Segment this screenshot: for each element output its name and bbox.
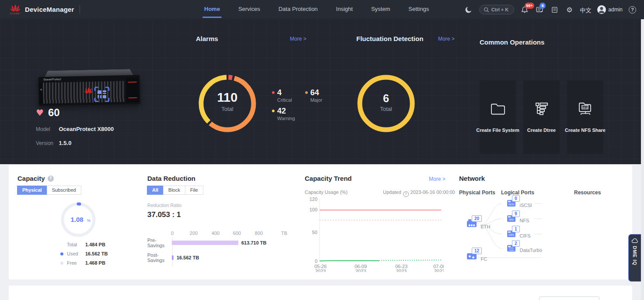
tasks-doc-icon[interactable]	[550, 5, 559, 14]
legend-warning[interactable]: 42 Warning	[272, 107, 322, 121]
reduction-ratio-label: Reduction Ratio	[147, 203, 181, 208]
tab-services[interactable]: Services	[238, 0, 260, 19]
dashboard-card: Capacity? Physical Subscribed 1.08 % Tot…	[9, 165, 632, 279]
svg-text:CIFS: CIFS	[508, 234, 514, 236]
legend-critical[interactable]: 4 Critical	[272, 88, 292, 103]
svg-text:NFS: NFS	[509, 218, 514, 221]
resources-header: Resources	[574, 190, 601, 196]
tab-settings[interactable]: Settings	[408, 0, 429, 19]
nfs-folder-icon: NFS	[577, 100, 594, 118]
huawei-logo-icon: HUAWEI	[10, 4, 21, 15]
global-search[interactable]: Ctrl + K	[479, 5, 514, 14]
svg-text:1.08: 1.08	[70, 216, 83, 223]
nfs-port-node[interactable]: NFS 9 NFS	[507, 214, 529, 224]
capacity-total-row: Total 1.484 PB	[60, 242, 143, 247]
capacity-info-icon[interactable]: ?	[48, 176, 54, 182]
settings-gear-icon[interactable]: ⚙	[565, 5, 574, 14]
data-reduction-tab-group: All Block File	[147, 186, 203, 195]
language-switch[interactable]: 中文	[580, 6, 591, 14]
tab-insight[interactable]: Insight	[336, 0, 353, 19]
main-nav: Home Services Data Protection Insight Sy…	[204, 0, 429, 19]
cifs-port-node[interactable]: CIFS 1 CIFS	[507, 230, 531, 240]
dataturbo-port-node[interactable]: DataTurbo 2 DataTurbo	[507, 244, 542, 254]
post-savings-bar-row: Post-Savings 16.562 TB	[147, 255, 199, 260]
folder-icon	[490, 100, 506, 118]
user-menu[interactable]: admin	[597, 5, 623, 14]
tab-home[interactable]: Home	[204, 0, 220, 19]
tab-physical[interactable]: Physical	[17, 186, 47, 195]
model-label: Model	[36, 126, 57, 132]
divider	[80, 5, 80, 14]
dme-iq-tab[interactable]: DME IQ	[628, 234, 641, 282]
capacity-trend-chart: 120 100 50 0 05-262023 06-092023 06-2320…	[305, 196, 444, 272]
avatar	[597, 5, 606, 14]
svg-text:0: 0	[315, 259, 317, 264]
search-shortcut-label: Ctrl + K	[491, 7, 508, 12]
health-heart-icon: ♥	[36, 107, 44, 118]
tab-data-protection[interactable]: Data Protection	[278, 0, 318, 19]
svg-text:%: %	[87, 218, 91, 223]
tab-file[interactable]: File	[185, 186, 203, 195]
alarms-total: 110	[197, 91, 258, 104]
tab-system[interactable]: System	[371, 0, 390, 19]
page-scrollbar[interactable]	[641, 19, 644, 300]
svg-text:iSCSI: iSCSI	[508, 203, 514, 206]
overview-hero: OceanProtect ♥ 60	[0, 19, 641, 164]
capacity-tab-group: Physical Subscribed	[17, 186, 81, 195]
capacity-donut-chart: 1.08 %	[59, 201, 97, 238]
eth-port-node[interactable]: 20 ETH	[467, 219, 490, 231]
qr-code-icon[interactable]	[93, 86, 111, 105]
create-file-system-card[interactable]: Create File System	[480, 80, 516, 154]
svg-text:100: 100	[310, 207, 317, 212]
device-image: OceanProtect	[38, 69, 140, 109]
reduction-ratio-value: 37.053 : 1	[147, 210, 181, 219]
svg-text:Turbo: Turbo	[509, 249, 514, 251]
model-value: OceanProtect X8000	[59, 126, 114, 132]
logical-ports-header: Logical Ports	[501, 190, 534, 196]
cloud-icon	[632, 238, 638, 243]
network-title: Network	[459, 175, 485, 182]
create-nfs-share-card[interactable]: NFS Create NFS Share	[567, 80, 603, 154]
capacity-trend-title: Capacity Trend	[305, 175, 352, 182]
help-icon[interactable]: ?	[629, 6, 636, 14]
pre-savings-bar	[172, 241, 238, 245]
pre-savings-bar-row: Pre-Savings 613.710 TB	[147, 240, 266, 245]
tab-subscribed[interactable]: Subscribed	[47, 186, 81, 195]
alarm-count-badge: 99+	[525, 3, 534, 9]
iscsi-port-node[interactable]: iSCSI 0 iSCSI	[507, 199, 532, 209]
svg-text:2023: 2023	[315, 269, 326, 272]
tab-block[interactable]: Block	[163, 186, 185, 195]
alarms-total-label: Total	[197, 106, 258, 112]
lower-card-button[interactable]	[539, 297, 599, 300]
physical-ports-header: Physical Ports	[459, 190, 495, 196]
search-icon	[484, 7, 489, 13]
create-dtree-card[interactable]: Create Dtree	[523, 80, 560, 154]
username-label: admin	[608, 7, 623, 13]
capacity-title: Capacity	[17, 175, 45, 182]
tab-all[interactable]: All	[147, 186, 164, 195]
alarm-bell-icon[interactable]: 99+	[520, 5, 529, 14]
brand[interactable]: HUAWEI DeviceManager	[10, 4, 80, 15]
alarms-more-link[interactable]: More >	[290, 36, 306, 42]
svg-text:2023: 2023	[434, 269, 444, 272]
theme-toggle-moon-icon[interactable]	[464, 5, 473, 14]
header-actions: Ctrl + K 99+ 6 ⚙ 中文	[464, 0, 636, 19]
capacity-trend-more-link[interactable]: More >	[429, 176, 446, 182]
version-value: 1.5.0	[59, 140, 71, 146]
messages-icon[interactable]: 6	[535, 5, 544, 14]
fluctuation-total: 6	[355, 93, 417, 104]
huawei-logo-icon	[84, 87, 93, 96]
alarms-legend: 4 Critical 64 Major 42 Warning	[272, 88, 322, 121]
data-reduction-title: Data Reduction	[147, 175, 195, 182]
alarms-title: Alarms	[196, 35, 218, 42]
fc-port-node[interactable]: 12 FC	[467, 252, 487, 263]
fluctuation-more-link[interactable]: More >	[438, 36, 455, 42]
svg-text:2023: 2023	[396, 269, 407, 272]
svg-text:2023: 2023	[355, 269, 366, 272]
chassis-label: OceanProtect	[43, 78, 61, 81]
legend-major[interactable]: 64 Major	[305, 88, 323, 103]
huawei-wordmark: HUAWEI	[10, 13, 21, 15]
health-score: 60	[48, 107, 60, 119]
post-savings-bar	[172, 255, 174, 260]
top-bar: HUAWEI DeviceManager Home Services Data …	[0, 0, 644, 19]
